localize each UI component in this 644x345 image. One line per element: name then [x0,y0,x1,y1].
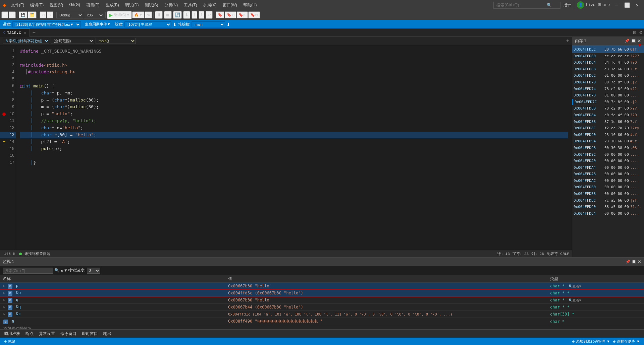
menu-debug[interactable]: 调试(D) [122,2,142,9]
search-input[interactable] [496,3,547,7]
stop-btn[interactable]: ⏹ [164,11,172,19]
wrap-btn[interactable]: ⟲ [145,11,152,18]
menu-help[interactable]: 帮助(H) [240,2,260,9]
menu-file[interactable]: 文件(F) [8,2,27,9]
live-share-btn[interactable]: Live Share [586,3,610,7]
immediate-window-btn[interactable]: 即时窗口 [80,330,99,337]
code-area[interactable]: 1 2 3 4 5 [0,45,572,250]
select-store-btn[interactable]: ⊕ 选择存储库 ▼ [613,339,640,344]
thread-dropdown[interactable]: [10724] 主线程 [124,21,171,27]
fire-btn[interactable]: 🔥▼ [132,11,145,18]
process-dropdown[interactable]: [21236] 8.字符指针与字符数组.ex▼ [12,21,81,27]
exception-btn[interactable]: 异常设置 [38,330,56,337]
menu-view[interactable]: 视图(V) [47,2,66,9]
line-num-13: 13 [6,133,14,137]
step-back-btn[interactable]: ↩ [206,11,213,19]
expand-q[interactable]: ▷ [3,298,5,302]
watch-row-andc[interactable]: ▷ ⊡ &c 0x004ffd1c {104 'h', 101 'e', 108… [0,311,644,318]
file-selector[interactable]: 8.字符指针与字符数组 [3,38,49,44]
watch-row-q[interactable]: ▷ ⊡ q 0x00667b30 "hello" char * 🔍查看▼ [0,297,644,304]
tab-main-c[interactable]: C main.c ✕ [0,28,30,37]
split-editor-btn[interactable]: ⊟ [632,30,638,35]
code-lines[interactable]: #define _CRT_SECURE_NO_WARNINGS □#includ… [16,45,572,250]
debug-config-dropdown[interactable]: Debug [56,12,83,18]
add-source-btn[interactable]: ⊕ 添加到源代码管理 ▼ [572,339,610,344]
maximize-btn[interactable]: ⬜ [622,2,633,9]
watch-row-add[interactable]: 添加要监视的项 [0,325,644,330]
menu-git[interactable]: Git(G) [66,2,83,9]
menu-build[interactable]: 生成(B) [103,2,122,9]
watch-row-andp[interactable]: ▷ ⊡ &p 0x004ffd5c (0x00667b30 "hello") c… [0,290,644,297]
bookmark-next-btn[interactable]: 🔖▷ [236,11,248,18]
memory-row-13: 0x004FFD90 23 10 66 00 #.f. [572,132,644,138]
line-num-5: 5 [6,77,14,82]
expand-andp[interactable]: ▷ [3,291,5,295]
watch-row-m[interactable]: ⊡ m 0x008ff490 "电电电电电电电电电电电电电电电 " char * [0,318,644,325]
search-down-icon[interactable]: ▼ [64,268,67,273]
forward-btn[interactable]: ▷ [47,11,53,18]
menu-test[interactable]: 测试(S) [142,2,161,9]
menu-project[interactable]: 项目(P) [84,2,102,9]
watch-close-icon[interactable]: ✕ [638,259,641,264]
command-window-btn[interactable]: 命令窗口 [59,330,78,337]
zoom-level[interactable]: 145 % [3,252,16,256]
watch-row-andq[interactable]: ▷ ⊡ &q 0x00667b44 (0x00667b30 "hello") c… [0,304,644,311]
minimize-btn[interactable]: — [612,2,621,9]
search-go-icon[interactable]: 🔍 [54,268,59,273]
menu-extensions[interactable]: 扩展(X) [201,2,219,9]
undo-btn[interactable]: ↩ [1,11,8,18]
pause-btn[interactable]: ⏸ [155,11,163,19]
search-depth-select[interactable]: 3 [87,268,100,274]
menu-tools[interactable]: 工具(T) [181,2,200,9]
add-watch-label[interactable]: 添加要监视的项 [0,325,644,330]
redo-btn[interactable]: ↪ [9,11,16,18]
memory-title: 内存 1 [575,38,623,44]
stack-dropdown[interactable]: main [192,21,225,27]
menu-window[interactable]: 窗口(W) [220,2,240,9]
expand-andc[interactable]: ▷ [3,312,5,316]
memory-pin-icon[interactable]: 📌 [625,39,630,43]
thread-expand-btn[interactable]: ⬇ [173,22,177,27]
lifecycle-btn[interactable]: 生命周期事件▼ [82,22,113,27]
bookmark-prev-btn[interactable]: 🔖◁ [225,11,236,18]
editor-settings-btn[interactable]: ⚙ [638,30,644,35]
callstack-btn[interactable]: 调用堆栈 [3,330,21,337]
search-up-icon[interactable]: ▲ [61,268,63,273]
back-btn[interactable]: ◁ [40,11,46,18]
breakpoints-btn[interactable]: 断点 [24,330,35,337]
output-btn[interactable]: 输出 [102,330,113,337]
tab-close[interactable]: ✕ [24,30,26,35]
add-func-btn[interactable]: + [566,38,569,44]
memory-float-icon[interactable]: 🔲 [631,39,636,43]
continue-btn[interactable]: ▶ 继续(C)▼ [107,11,132,19]
watch-float-icon[interactable]: 🔲 [632,260,636,264]
save-all-btn[interactable]: 🗂️ [28,11,37,18]
close-btn[interactable]: ✕ [633,2,641,9]
lookup-q-icon[interactable]: 🔍查看▼ [569,298,581,302]
watch-row-p[interactable]: ▷ ⊡ p 0x00667b30 "hello" char * 🔍查看▼ [0,283,644,290]
col-type-header: 类型 [547,275,644,283]
menu-analyze[interactable]: 分析(N) [162,2,181,9]
memory-row-8: 0x004FFD7C 00 7c 8f 00 .|?. [572,99,644,106]
stack-expand-btn[interactable]: ⬇ [226,22,230,27]
step-in-btn[interactable]: ⤵ [192,11,197,19]
bookmark-all-btn[interactable]: 🔖⊗ [248,11,260,18]
platform-dropdown[interactable]: x86 [84,12,104,18]
function-selector[interactable]: main() [96,38,136,44]
scope-selector[interactable]: (全局范围) [51,38,94,44]
memory-row-20: 0x004FFDAC 00 00 00 00 .... [572,178,644,184]
expand-p[interactable]: ▷ [3,284,5,288]
step-out-btn[interactable]: ⤴ [199,11,204,19]
watch-search-input[interactable] [3,268,53,274]
bookmark-btn[interactable]: 🔖 [216,11,224,18]
watch-pin-icon[interactable]: 📌 [626,260,630,264]
memory-indicator: ▼ [572,45,644,46]
expand-andq[interactable]: ▷ [3,305,5,309]
add-tab-btn[interactable]: + [30,29,38,36]
save-btn[interactable]: 💾 [19,11,28,18]
arrow-14: ➡ [3,139,6,145]
lookup-p-icon[interactable]: 🔍查看▼ [569,284,581,288]
step-over-btn[interactable]: ⬇ [183,11,190,19]
restart-btn[interactable]: 🔄 [173,11,182,19]
menu-edit[interactable]: 编辑(E) [28,2,46,9]
